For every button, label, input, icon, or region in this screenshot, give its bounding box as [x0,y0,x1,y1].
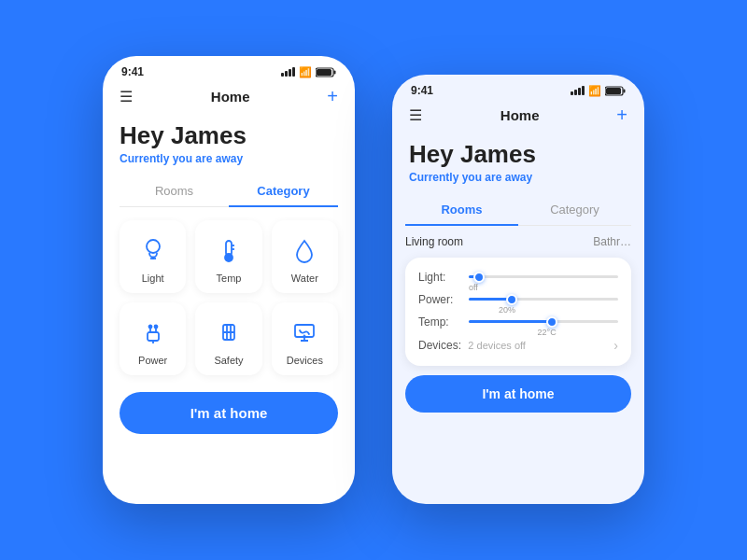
nav-title-right: Home [500,107,540,123]
category-label-light: Light [142,273,164,284]
phone-left: 9:41 📶 ☰ Home + [103,56,355,504]
status-icons-right: 📶 [571,85,626,97]
control-label-power: Power: [418,293,469,306]
add-button-left[interactable]: + [327,86,338,107]
status-time-right: 9:41 [411,84,433,97]
tab-category-left[interactable]: Category [229,176,338,207]
status-emphasis-left: away [216,152,243,165]
nav-bar-right: ☰ Home + [392,101,644,133]
category-label-devices: Devices [287,355,323,366]
tabs-left: Rooms Category [120,176,338,207]
category-item-temp[interactable]: Temp [195,220,261,293]
at-home-button-right[interactable]: I'm at home [405,375,631,413]
status-emphasis-right: away [505,171,532,184]
category-label-power: Power [138,355,167,366]
at-home-button-left[interactable]: I'm at home [120,392,338,434]
status-icons-left: 📶 [281,66,336,78]
svg-point-23 [304,335,305,336]
greeting-name-right: Hey James [409,141,627,168]
menu-icon[interactable]: ☰ [120,88,134,105]
battery-icon-right [605,86,626,96]
status-bar-left: 9:41 📶 [103,56,355,82]
light-slider[interactable]: off [469,275,618,278]
menu-icon-right[interactable]: ☰ [409,106,423,124]
category-label-water: Water [291,273,318,284]
tab-category-right[interactable]: Category [518,195,631,226]
category-item-water[interactable]: Water [272,220,338,293]
wifi-icon: 📶 [299,66,312,78]
category-item-safety[interactable]: Safety [195,302,261,375]
greeting-status-right: Currently you are away [409,171,627,184]
svg-point-14 [148,325,151,328]
control-label-light: Light: [418,271,469,284]
category-item-light[interactable]: Light [120,220,186,293]
control-row-power: Power: 20% [418,293,618,306]
status-time-left: 9:41 [121,65,144,78]
category-item-devices[interactable]: Devices [272,302,338,375]
thermometer-icon [212,233,246,267]
svg-point-15 [154,325,157,328]
room-living[interactable]: Living room [405,235,463,248]
category-label-safety: Safety [214,355,243,366]
power-plug-icon [136,315,170,349]
category-label-temp: Temp [217,273,242,284]
devices-label: Devices: 2 devices off [418,339,526,352]
control-label-temp: Temp: [418,315,469,329]
nav-bar-left: ☰ Home + [103,82,355,115]
monitor-icon [288,315,321,349]
rooms-scroll: Living room Bathr… [392,235,644,248]
greeting-section-right: Hey James Currently you are away [392,133,644,195]
wifi-icon-right: 📶 [588,85,601,97]
battery-icon [316,67,336,77]
svg-rect-25 [624,89,626,92]
shield-icon [212,315,246,349]
signal-icon-right [571,86,585,95]
chevron-right-icon[interactable]: › [613,338,618,353]
svg-rect-2 [317,69,331,76]
add-button-right[interactable]: + [616,105,627,126]
room-bath[interactable]: Bathr… [593,235,631,248]
light-bulb-icon [136,233,170,267]
svg-rect-10 [148,332,159,341]
devices-count: 2 devices off [468,340,526,351]
temp-slider[interactable]: 22°C [469,320,618,323]
room-card: Light: off Power: 20% [405,258,631,366]
status-bar-right: 9:41 📶 [392,75,644,101]
control-row-light: Light: off [418,271,618,284]
nav-title-left: Home [211,89,250,105]
greeting-status-left: Currently you are away [120,152,338,165]
rooms-panel: Living room Bathr… Light: off Power: [392,226,644,366]
greeting-section-left: Hey James Currently you are away [103,115,355,176]
svg-point-3 [147,240,160,253]
devices-row: Devices: 2 devices off › [418,338,618,353]
svg-rect-26 [606,88,621,94]
svg-rect-1 [334,70,336,74]
svg-point-7 [225,254,233,261]
control-row-temp: Temp: 22°C [418,315,618,329]
tabs-right: Rooms Category [405,195,631,226]
category-grid: Light Temp Water [103,207,355,388]
water-drop-icon [288,233,321,267]
signal-icon [281,67,295,77]
greeting-name-left: Hey James [120,122,338,149]
tab-rooms-left[interactable]: Rooms [120,176,229,207]
tab-rooms-right[interactable]: Rooms [405,195,518,226]
phone-right: 9:41 📶 ☰ Home + [392,75,644,504]
power-slider[interactable]: 20% [469,298,618,301]
category-item-power[interactable]: Power [120,302,186,375]
